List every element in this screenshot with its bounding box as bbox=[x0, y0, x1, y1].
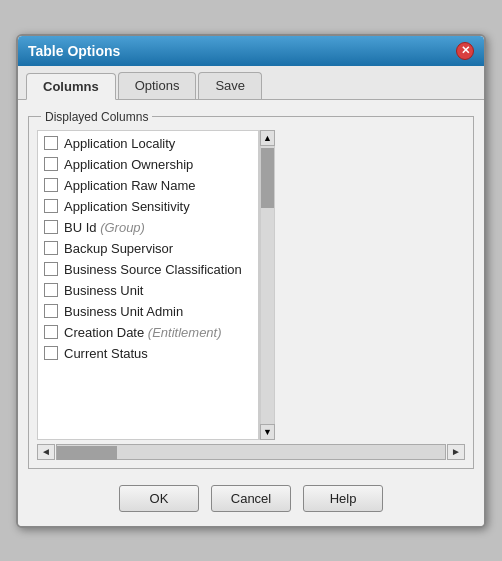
ok-button[interactable]: OK bbox=[119, 485, 199, 512]
column-label-0: Application Locality bbox=[64, 136, 175, 151]
list-item[interactable]: Application Ownership bbox=[38, 154, 258, 175]
column-label-10: Current Status bbox=[64, 346, 148, 361]
column-label-9: Creation Date (Entitlement) bbox=[64, 325, 222, 340]
column-label-6: Business Source Classification bbox=[64, 262, 242, 277]
list-item[interactable]: Business Unit Admin bbox=[38, 301, 258, 322]
displayed-columns-fieldset: Displayed Columns Application Locality bbox=[28, 110, 474, 469]
column-checkbox-0[interactable] bbox=[44, 136, 58, 150]
column-group-4: (Group) bbox=[100, 220, 145, 235]
column-label-4: BU Id (Group) bbox=[64, 220, 145, 235]
list-item[interactable]: Business Unit bbox=[38, 280, 258, 301]
list-item[interactable]: Application Locality bbox=[38, 133, 258, 154]
columns-list-inner: Application Locality Application Ownersh… bbox=[38, 131, 258, 366]
column-checkbox-9[interactable] bbox=[44, 325, 58, 339]
scroll-down-button[interactable]: ▼ bbox=[260, 424, 275, 440]
scroll-left-button[interactable]: ◄ bbox=[37, 444, 55, 460]
list-item[interactable]: Backup Supervisor bbox=[38, 238, 258, 259]
column-checkbox-6[interactable] bbox=[44, 262, 58, 276]
title-bar: Table Options ✕ bbox=[18, 36, 484, 66]
columns-list-container: Application Locality Application Ownersh… bbox=[37, 130, 259, 440]
tab-columns[interactable]: Columns bbox=[26, 73, 116, 100]
column-label-7: Business Unit bbox=[64, 283, 143, 298]
buttons-row: OK Cancel Help bbox=[28, 477, 474, 518]
column-checkbox-3[interactable] bbox=[44, 199, 58, 213]
column-label-2: Application Raw Name bbox=[64, 178, 196, 193]
dialog-body: Displayed Columns Application Locality bbox=[18, 100, 484, 526]
column-checkbox-8[interactable] bbox=[44, 304, 58, 318]
table-options-dialog: Table Options ✕ Columns Options Save Dis… bbox=[16, 34, 486, 528]
list-item[interactable]: Creation Date (Entitlement) bbox=[38, 322, 258, 343]
cancel-button[interactable]: Cancel bbox=[211, 485, 291, 512]
horizontal-scroll-area: ◄ ► bbox=[37, 444, 465, 460]
column-label-1: Application Ownership bbox=[64, 157, 193, 172]
scroll-thumb[interactable] bbox=[261, 148, 274, 208]
close-button[interactable]: ✕ bbox=[456, 42, 474, 60]
h-scroll-thumb[interactable] bbox=[57, 446, 117, 460]
list-item[interactable]: Current Status bbox=[38, 343, 258, 364]
column-checkbox-1[interactable] bbox=[44, 157, 58, 171]
dialog-title: Table Options bbox=[28, 43, 120, 59]
column-checkbox-7[interactable] bbox=[44, 283, 58, 297]
column-checkbox-10[interactable] bbox=[44, 346, 58, 360]
columns-scroll-wrapper: Application Locality Application Ownersh… bbox=[37, 130, 275, 440]
h-scroll-track bbox=[56, 444, 446, 460]
vertical-scrollbar: ▲ ▼ bbox=[259, 130, 275, 440]
scroll-up-button[interactable]: ▲ bbox=[260, 130, 275, 146]
fieldset-legend: Displayed Columns bbox=[41, 110, 152, 124]
column-label-3: Application Sensitivity bbox=[64, 199, 190, 214]
column-checkbox-5[interactable] bbox=[44, 241, 58, 255]
help-button[interactable]: Help bbox=[303, 485, 383, 512]
list-item[interactable]: Business Source Classification bbox=[38, 259, 258, 280]
column-label-5: Backup Supervisor bbox=[64, 241, 173, 256]
scroll-right-button[interactable]: ► bbox=[447, 444, 465, 460]
column-checkbox-2[interactable] bbox=[44, 178, 58, 192]
columns-list[interactable]: Application Locality Application Ownersh… bbox=[37, 130, 259, 440]
list-item[interactable]: Application Sensitivity bbox=[38, 196, 258, 217]
tab-options[interactable]: Options bbox=[118, 72, 197, 99]
list-item[interactable]: BU Id (Group) bbox=[38, 217, 258, 238]
column-label-8: Business Unit Admin bbox=[64, 304, 183, 319]
tab-save[interactable]: Save bbox=[198, 72, 262, 99]
tabs-bar: Columns Options Save bbox=[18, 66, 484, 100]
scroll-track bbox=[260, 146, 275, 424]
column-group-9: (Entitlement) bbox=[148, 325, 222, 340]
column-checkbox-4[interactable] bbox=[44, 220, 58, 234]
list-item[interactable]: Application Raw Name bbox=[38, 175, 258, 196]
